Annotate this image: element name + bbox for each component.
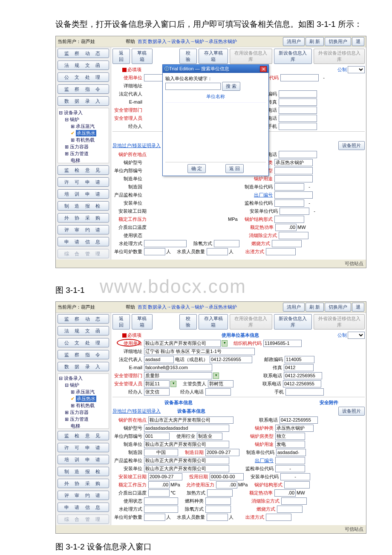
mgr-input[interactable] (208, 380, 233, 387)
dept-input[interactable] (144, 372, 212, 379)
refresh-button-2[interactable]: 刷 新 (306, 303, 324, 312)
use-unit-input-2[interactable] (144, 340, 221, 347)
staff-input[interactable] (207, 248, 228, 255)
ind-input[interactable] (197, 433, 222, 440)
temp-input[interactable] (148, 489, 170, 497)
inst-input[interactable] (144, 465, 229, 472)
state-input[interactable] (144, 497, 178, 505)
room-input[interactable] (274, 167, 313, 174)
tel2-input[interactable] (279, 115, 317, 122)
legal-input[interactable] (144, 356, 174, 363)
furnace-input[interactable] (144, 248, 165, 255)
clear-user-button[interactable]: 清用户 (283, 37, 305, 46)
side-jiancha-zhiling[interactable]: 监 察 指 令 (58, 84, 109, 94)
furnace-input-2[interactable] (144, 514, 165, 521)
chimney-input-2[interactable] (266, 514, 291, 521)
mfr-input[interactable] (144, 441, 229, 448)
search-icon-2[interactable]: ▾ (222, 340, 228, 347)
org-code-input[interactable] (280, 74, 319, 81)
handler-input[interactable] (144, 388, 170, 396)
icode-input[interactable] (280, 473, 310, 480)
transfer-link-2[interactable]: 异地过户/移装证明录入 (112, 408, 176, 414)
mobile-input-2[interactable] (285, 388, 324, 396)
code-input[interactable] (144, 433, 170, 440)
mfrcode-input-2[interactable] (276, 449, 306, 456)
tel-input[interactable] (279, 107, 317, 114)
dialog-keyword-input[interactable] (165, 83, 221, 90)
side-shuju-luru[interactable]: 数 据 录 入 (58, 96, 109, 106)
rp-input[interactable] (148, 481, 170, 489)
side-zhizao[interactable]: 制 造 报 检 (58, 201, 109, 211)
close-icon[interactable]: ✕ (260, 66, 267, 72)
nav-tree-2[interactable]: ⊟ 设备录入 ⊟ 锅炉 ⊞ 承压蒸汽 ✔ 承压热水 ⊞ 有机热载 ⊞ 压力容器 … (58, 373, 109, 429)
use-input[interactable] (274, 175, 313, 182)
exit-button[interactable]: 退 (352, 37, 364, 46)
back-button-2[interactable]: 返 回 (112, 314, 130, 330)
dust-input[interactable] (279, 232, 308, 239)
dev-photo-button[interactable]: 设备照片 (338, 141, 365, 150)
handler-tel-input[interactable] (205, 388, 231, 396)
check-button-2[interactable]: 校 验 (179, 314, 197, 330)
sup-input[interactable] (144, 457, 229, 464)
org-code-input-2[interactable] (263, 340, 302, 347)
draft-button[interactable]: 草稿箱 (132, 49, 153, 64)
water-input[interactable] (144, 240, 187, 247)
chimney-input[interactable] (266, 248, 296, 255)
burn-input[interactable] (272, 240, 302, 247)
mfrdate-input[interactable] (205, 449, 239, 456)
side-pingshen[interactable]: 评 审 约 请 (58, 225, 109, 234)
check-button[interactable]: 校 验 (179, 49, 197, 64)
supcode-input-2[interactable] (275, 465, 305, 472)
deo2-input[interactable] (214, 240, 239, 247)
heat-input[interactable] (207, 489, 233, 497)
country-input[interactable] (144, 449, 178, 456)
factory-input[interactable] (274, 191, 313, 199)
factory-input-2[interactable] (275, 457, 305, 464)
nav-tree[interactable]: ⊟ 设备录入 ⊟ 锅炉 ⊞ 承压蒸汽 ✔ 承压热水 ⊞ 有机热载 ⊞ 压力容器 … (58, 108, 109, 163)
side-fagui[interactable]: 法 规 文 函 (58, 61, 109, 70)
burn-input-2[interactable] (277, 506, 303, 513)
side-jianjia[interactable]: 监 检 意 见 (58, 165, 109, 175)
save-draft-button-2[interactable]: 存入草稿箱 (199, 314, 228, 330)
post-input[interactable] (279, 90, 317, 98)
factory-no-link[interactable]: 出厂编号 (243, 192, 274, 198)
switch-user-button[interactable]: 切换用户 (325, 37, 351, 46)
fax-input[interactable] (279, 98, 317, 106)
mfrcode-input[interactable] (274, 183, 304, 191)
fuel-input[interactable] (205, 497, 231, 505)
pp-input[interactable] (216, 481, 237, 489)
dialog-back-button[interactable]: 返 回 (225, 164, 244, 173)
save-draft-button[interactable]: 存入草稿箱 (199, 49, 228, 64)
addr-input[interactable] (144, 348, 255, 355)
safe-person-input[interactable] (144, 380, 170, 387)
dust-input-2[interactable] (281, 497, 307, 505)
dev-photo-button-2[interactable]: 设备照片 (338, 407, 365, 416)
side-shenqing[interactable]: 申 请 信 息 (58, 237, 109, 246)
dialog-search-button[interactable]: 搜 索 (222, 82, 240, 91)
pdate-input[interactable] (210, 473, 244, 480)
side-xuke[interactable]: 许 可 申 请 (58, 177, 109, 187)
side-zonghe[interactable]: 综 合 管 理 (58, 249, 109, 258)
deo2-input-2[interactable] (205, 506, 231, 513)
unit-system-select[interactable] (348, 66, 365, 73)
power-input-2[interactable] (274, 489, 296, 497)
side-gongwen[interactable]: 公 文 处 理 (58, 72, 109, 82)
draft-button-2[interactable]: 草稿箱 (132, 314, 153, 330)
refresh-button[interactable]: 刷 新 (306, 37, 324, 46)
struct-input-2[interactable] (284, 481, 310, 489)
back-button[interactable]: 返 回 (112, 49, 130, 64)
loc-tel-input-2[interactable] (280, 416, 318, 424)
side-waixie[interactable]: 外 协 采 购 (58, 213, 109, 223)
instcode-input[interactable] (280, 208, 309, 215)
loc-input[interactable] (148, 416, 233, 424)
breadcrumb[interactable]: 首页 数据录入→设备录入→锅炉→承压热水锅炉 (138, 38, 237, 45)
side-peixun[interactable]: 培 训 申 请 (58, 189, 109, 199)
staff-input-2[interactable] (207, 514, 228, 521)
help-link[interactable]: 帮助 (126, 38, 135, 45)
model-input[interactable] (144, 425, 229, 432)
newdev-button-2[interactable]: 新设备信息入库 (274, 314, 312, 330)
struct-input[interactable] (274, 216, 304, 223)
email-input[interactable] (144, 364, 212, 371)
newdev-button[interactable]: 新设备信息入库 (274, 49, 312, 64)
dialog-ok-button[interactable]: 确 定 (187, 164, 206, 173)
